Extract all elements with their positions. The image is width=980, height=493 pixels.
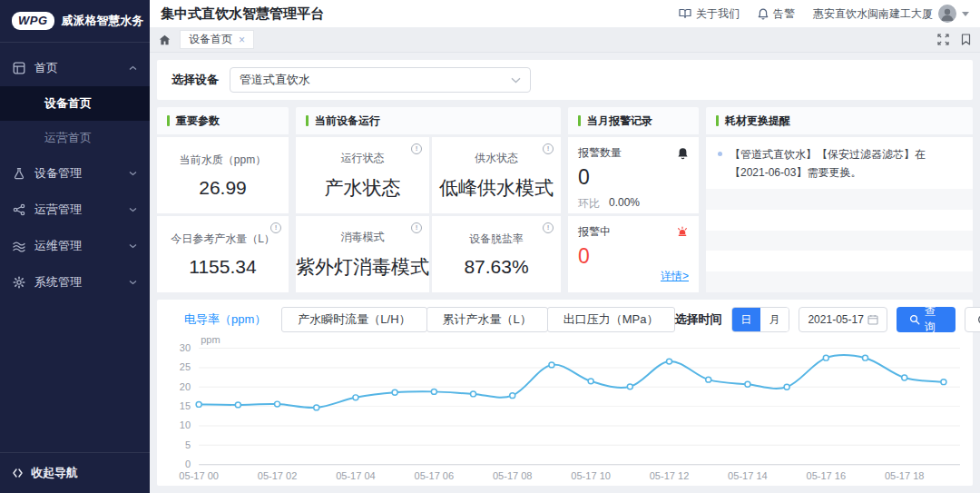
stat-label: 设备脱盐率 — [469, 232, 524, 247]
ratio-row: 环比 0.00% — [578, 196, 689, 212]
org-name: 惠安直饮水闽南建工大厦 — [813, 6, 933, 22]
card-header: 当月报警记录 — [568, 107, 699, 134]
svg-text:15: 15 — [180, 400, 191, 411]
sidebar-item-device-mgmt[interactable]: 设备管理 — [0, 155, 150, 192]
tab-device-home[interactable]: 设备首页 × — [180, 30, 254, 49]
day-button[interactable]: 日 — [732, 308, 760, 331]
kpi-cards-row: 重要参数 当前水质（ppm） 26.99 ! 今日参考产水量（L） 1155.3… — [157, 107, 973, 292]
bullet-dot-icon — [718, 152, 722, 156]
time-select-label: 选择时间 — [675, 311, 722, 328]
dashboard-icon — [13, 62, 25, 74]
device-select-value: 管道式直饮水 — [240, 72, 310, 88]
bell-icon — [677, 147, 689, 160]
tab-conductivity[interactable]: 电导率（ppm） — [168, 307, 282, 332]
card-consumable-reminder: 耗材更换提醒 【管道式直饮水】【保安过滤器滤芯】在【2021-06-03】需要更… — [706, 107, 973, 292]
device-select[interactable]: 管道式直饮水 — [230, 67, 531, 93]
accent-bar — [167, 115, 170, 126]
svg-text:ppm: ppm — [201, 334, 220, 345]
sidebar-menu: 首页 设备首页 运营首页 设备管理 运营管理 — [0, 43, 150, 452]
share-nodes-icon — [13, 203, 25, 216]
about-us-link[interactable]: 关于我们 — [679, 6, 740, 22]
sidebar-item-maintenance-mgmt[interactable]: 运维管理 — [0, 228, 150, 264]
chevron-down-icon — [511, 77, 521, 84]
empty-row — [706, 251, 973, 271]
card-title: 耗材更换提醒 — [725, 113, 790, 129]
tabbar-tools — [937, 34, 971, 45]
stat-label: 今日参考产水量（L） — [171, 232, 275, 247]
info-icon[interactable]: ! — [543, 222, 554, 233]
info-icon[interactable]: ! — [270, 222, 281, 233]
alarm-detail-link[interactable]: 详情> — [661, 269, 689, 284]
tab-outlet-pressure[interactable]: 出口压力（MPa） — [547, 307, 675, 332]
svg-text:10: 10 — [180, 420, 191, 431]
stat-value: 1155.34 — [189, 256, 256, 278]
gear-icon — [13, 276, 25, 289]
chart-tabs: 电导率（ppm） 产水瞬时流量（L/H） 累计产水量（L） 出口压力（MPa） — [168, 307, 675, 332]
top-header: 集中式直饮水智慧管理平台 关于我们 告警 惠安直饮水闽南建工大厦 — [150, 0, 980, 27]
svg-text:05-17 14: 05-17 14 — [728, 470, 768, 481]
close-icon[interactable]: × — [239, 35, 245, 45]
alarm-link[interactable]: 告警 — [758, 6, 795, 22]
tab-total-output[interactable]: 累计产水量（L） — [426, 307, 548, 332]
empty-row — [706, 189, 973, 210]
alarm-count-cell: 报警数量 0 环比 0.00% — [568, 137, 699, 213]
home-tab-icon[interactable] — [159, 35, 171, 45]
sidebar-item-label: 运营首页 — [44, 130, 92, 146]
device-select-card: 选择设备 管道式直饮水 — [157, 60, 973, 100]
query-button[interactable]: 查询 — [897, 307, 956, 332]
empty-row — [706, 231, 973, 251]
tab-instant-flow[interactable]: 产水瞬时流量（L/H） — [281, 307, 426, 332]
date-picker[interactable]: 2021-05-17 — [799, 307, 887, 332]
chevron-down-icon — [129, 207, 137, 212]
bookmark-icon[interactable] — [961, 34, 971, 45]
sidebar-item-operation-home[interactable]: 运营首页 — [0, 121, 150, 155]
flask-icon — [13, 167, 25, 180]
tab-label: 设备首页 — [189, 32, 232, 47]
about-us-label: 关于我们 — [696, 6, 740, 22]
card-body: 【管道式直饮水】【保安过滤器滤芯】在【2021-06-03】需要更换。 — [706, 137, 973, 292]
wpg-logo: WPG — [12, 12, 54, 30]
stat-value: 产水状态 — [325, 175, 401, 201]
card-monthly-alarms: 当月报警记录 报警数量 0 环比 0.00% — [568, 107, 699, 292]
card-header: 耗材更换提醒 — [706, 107, 973, 134]
card-device-running: 当前设备运行 ! 运行状态 产水状态 ! 供水状态 低峰供水模式 ! — [296, 107, 561, 292]
card-header: 重要参数 — [157, 107, 289, 134]
sidebar-item-home[interactable]: 首页 — [0, 50, 150, 86]
svg-text:05-17 10: 05-17 10 — [571, 470, 611, 481]
collapse-nav-label: 收起导航 — [31, 465, 78, 481]
stat-disinfect-mode: ! 消毒模式 紫外灯消毒模式 — [296, 216, 429, 292]
sidebar-item-label: 首页 — [34, 60, 58, 76]
month-button[interactable]: 月 — [760, 308, 789, 331]
ratio-label: 环比 — [578, 196, 600, 212]
card-body: 报警数量 0 环比 0.00% 报警中 — [568, 137, 699, 292]
ratio-value: 0.00% — [609, 196, 640, 212]
collapse-nav-icon — [12, 468, 24, 478]
info-icon[interactable]: ! — [543, 143, 554, 154]
waves-icon — [13, 240, 25, 252]
sidebar-item-operation-mgmt[interactable]: 运营管理 — [0, 192, 150, 228]
user-menu[interactable]: 惠安直饮水闽南建工大厦 — [813, 5, 969, 23]
collapse-nav-button[interactable]: 收起导航 — [0, 452, 150, 493]
svg-text:05-17 02: 05-17 02 — [258, 470, 298, 481]
device-select-label: 选择设备 — [172, 72, 219, 88]
main-area: 集中式直饮水智慧管理平台 关于我们 告警 惠安直饮水闽南建工大厦 — [150, 0, 980, 493]
alarm-active-header: 报警中 — [578, 224, 689, 240]
info-icon[interactable]: ! — [411, 143, 422, 154]
info-icon[interactable]: ! — [411, 222, 422, 233]
accent-bar — [578, 115, 581, 126]
chart-toolbar: 电导率（ppm） 产水瞬时流量（L/H） 累计产水量（L） 出口压力（MPa） … — [157, 307, 973, 332]
fullscreen-icon[interactable] — [937, 34, 949, 45]
svg-text:05-17 06: 05-17 06 — [415, 470, 455, 481]
chevron-down-icon — [129, 243, 137, 249]
stat-desalination-rate: ! 设备脱盐率 87.63% — [432, 216, 561, 292]
refresh-icon — [977, 314, 980, 325]
alarm-count-value: 0 — [578, 165, 689, 190]
alarm-active-label: 报警中 — [578, 224, 611, 240]
sidebar-item-label: 运维管理 — [34, 238, 82, 254]
svg-text:30: 30 — [180, 342, 191, 353]
sidebar-item-device-home[interactable]: 设备首页 — [0, 86, 150, 121]
svg-text:05-17 12: 05-17 12 — [650, 470, 690, 481]
reset-button[interactable]: 重置 — [965, 307, 980, 332]
brand-header: WPG 威派格智慧水务 — [0, 0, 150, 43]
sidebar-item-system-mgmt[interactable]: 系统管理 — [0, 264, 150, 301]
